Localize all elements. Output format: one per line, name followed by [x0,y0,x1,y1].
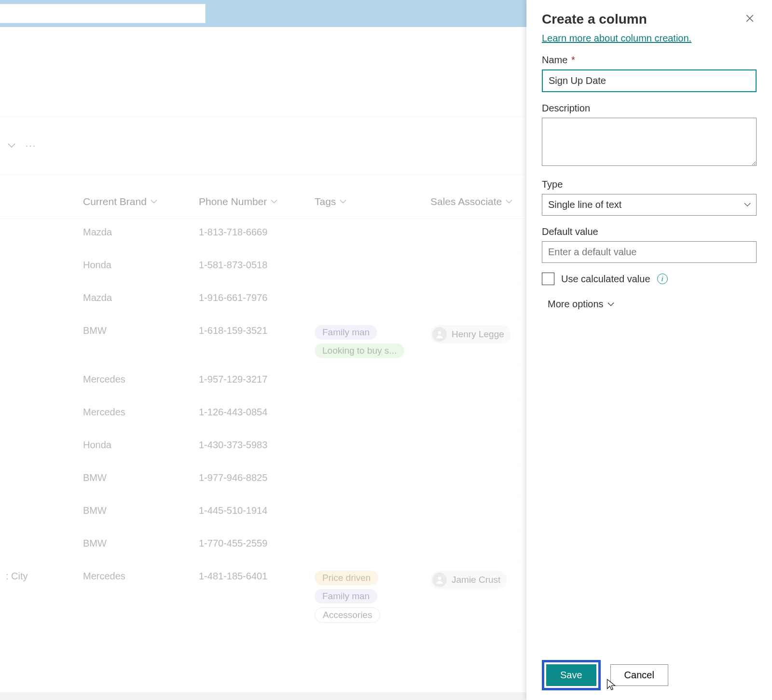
type-select[interactable] [542,194,757,216]
chevron-down-icon [340,198,346,205]
name-label: Name * [542,55,757,66]
panel-title: Create a column [542,12,647,27]
tag-pill[interactable]: Accessories [315,607,380,623]
chevron-down-icon [271,198,277,205]
column-header-label: Sales Associate [430,196,502,207]
horizontal-scrollbar[interactable] [0,692,526,700]
tag-pill[interactable]: Price driven [315,571,378,585]
default-value-label: Default value [542,226,757,237]
cell-brand: Mercedes [77,407,193,418]
learn-more-link[interactable]: Learn more about column creation. [542,33,757,44]
chevron-down-icon [151,198,157,205]
chevron-down-icon [506,198,512,205]
cell-brand: Honda [77,260,193,271]
column-header-phone[interactable]: Phone Number [193,196,309,207]
tag-pill[interactable]: Family man [315,325,377,340]
cell-brand: BMW [77,505,193,516]
more-options-toggle[interactable]: More options [542,299,757,310]
person-name: Jamie Crust [452,575,500,585]
calculated-value-label: Use calculated value [561,274,650,285]
save-button-highlight: Save [542,660,601,690]
svg-point-0 [438,331,441,334]
default-value-input[interactable] [542,241,757,263]
avatar-icon [432,573,447,587]
cell-brand: Mazda [77,227,193,238]
tag-pill[interactable]: Looking to buy s... [315,343,404,358]
column-header-tags[interactable]: Tags [309,196,425,207]
cell-city: : City [0,571,77,582]
cell-associate: Jamie Crust [425,571,521,589]
cell-brand: BMW [77,325,193,336]
tag-pill[interactable]: Family man [315,589,377,604]
cell-brand: Mercedes [77,571,193,582]
cell-brand: BMW [77,472,193,483]
cell-phone: 1-977-946-8825 [193,472,309,483]
calculated-value-checkbox[interactable] [542,273,554,285]
cell-phone: 1-916-661-7976 [193,292,309,303]
column-header-label: Phone Number [199,196,267,207]
cell-tags: Family manLooking to buy s... [309,325,425,358]
description-input[interactable] [542,118,757,166]
cell-phone: 1-770-455-2559 [193,538,309,549]
cell-phone: 1-126-443-0854 [193,407,309,418]
avatar-icon [432,327,447,342]
cancel-button[interactable]: Cancel [610,664,668,686]
search-input[interactable] [0,4,206,23]
panel-footer: Save Cancel [542,655,757,690]
cell-brand: Honda [77,439,193,451]
cell-phone: 1-430-373-5983 [193,439,309,451]
cell-phone: 1-445-510-1914 [193,505,309,516]
column-header-label: Tags [315,196,336,207]
person-chip[interactable]: Henry Legge [430,325,511,343]
save-button[interactable]: Save [546,664,596,686]
description-label: Description [542,103,757,114]
column-header-brand[interactable]: Current Brand [77,196,193,207]
cell-phone: 1-481-185-6401 [193,571,309,582]
chevron-down-icon[interactable] [5,139,18,152]
cell-phone: 1-813-718-6669 [193,227,309,238]
cell-phone: 1-957-129-3217 [193,374,309,385]
svg-point-1 [438,576,441,580]
column-header-label: Current Brand [83,196,147,207]
cell-phone: 1-618-159-3521 [193,325,309,336]
column-header-associate[interactable]: Sales Associate [425,196,521,207]
person-name: Henry Legge [452,329,504,340]
more-ellipsis-icon[interactable]: ··· [24,139,38,152]
info-icon[interactable]: i [657,274,668,284]
person-chip[interactable]: Jamie Crust [430,571,507,589]
cell-brand: BMW [77,538,193,549]
cell-associate: Henry Legge [425,325,521,343]
create-column-panel: Create a column Learn more about column … [526,0,772,700]
cell-tags: Price drivenFamily manAccessories [309,571,425,623]
name-input[interactable] [542,69,757,92]
cell-phone: 1-581-873-0518 [193,260,309,271]
cell-brand: Mazda [77,292,193,303]
cell-brand: Mercedes [77,374,193,385]
close-icon[interactable] [743,12,757,25]
type-label: Type [542,179,757,190]
